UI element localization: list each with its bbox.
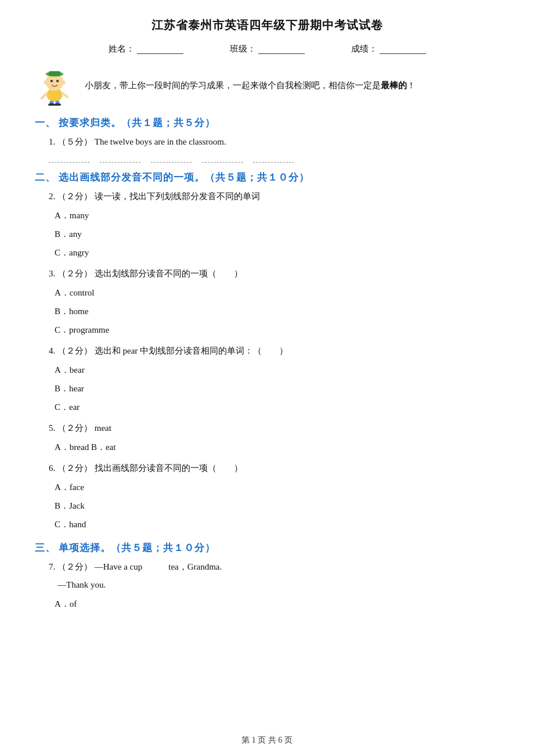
q7-score: （２分） [57, 562, 92, 571]
q6-option-a[interactable]: A．face [55, 478, 499, 496]
blank-3[interactable] [151, 153, 192, 163]
q3-option-a[interactable]: A．control [55, 284, 499, 301]
q6-score: （２分） [57, 463, 92, 473]
question-3-block: 3. （２分） 选出划线部分读音不同的一项（ ） A．control B．hom… [49, 266, 499, 339]
q6-text: 找出画线部分读音不同的一项（ ） [95, 463, 243, 473]
q4-option-c[interactable]: C．ear [55, 398, 499, 416]
q5-score: （２分） [57, 423, 92, 433]
blank-2[interactable] [100, 153, 140, 163]
q2-option-b[interactable]: B．any [55, 225, 499, 243]
question-1-line: 1. （５分） The twelve boys are in the class… [49, 134, 499, 150]
q6-option-b[interactable]: B．Jack [55, 497, 499, 514]
name-label: 姓名： [109, 44, 135, 55]
q4-option-b[interactable]: B．hear [55, 380, 499, 397]
question-2-block: 2. （２分） 读一读，找出下列划线部分发音不同的单词 A．many B．any… [49, 189, 499, 261]
q3-option-c[interactable]: C．programme [55, 321, 499, 339]
svg-point-11 [54, 103, 61, 106]
q4-number: 4. [49, 346, 55, 355]
svg-point-6 [44, 81, 48, 85]
score-label: 成绩： [351, 44, 377, 55]
blank-1[interactable] [49, 153, 89, 163]
q4-option-a[interactable]: A．bear [55, 361, 499, 379]
svg-point-5 [56, 80, 59, 82]
q3-text: 选出划线部分读音不同的一项（ ） [95, 269, 243, 278]
intro-text: 小朋友，带上你一段时间的学习成果，一起来做个自我检测吧，相信你一定是最棒的！ [85, 78, 416, 93]
q5-option-ab[interactable]: A．bread B．eat [55, 438, 499, 456]
q7-number: 7. [49, 562, 55, 571]
q2-number: 2. [49, 192, 55, 201]
intro-row: 小朋友，带上你一段时间的学习成果，一起来做个自我检测吧，相信你一定是最棒的！ [35, 66, 499, 106]
name-field: 姓名： [109, 44, 183, 55]
class-field: 班级： [230, 44, 305, 55]
q3-option-b[interactable]: B．home [55, 303, 499, 320]
mascot-icon [35, 66, 74, 106]
q6-line: 6. （２分） 找出画线部分读音不同的一项（ ） [49, 460, 499, 476]
q2-line: 2. （２分） 读一读，找出下列划线部分发音不同的单词 [49, 189, 499, 204]
blank-4[interactable] [202, 153, 243, 163]
section2-title: 二、 选出画线部分发音不同的一项。（共５题；共１０分） [35, 171, 499, 184]
q7-line2: —Thank you. [49, 577, 499, 593]
q5-text: meat [95, 423, 111, 433]
q1-score: （５分） [57, 137, 92, 146]
q5-number: 5. [49, 423, 55, 433]
q5-line: 5. （２分） meat [49, 420, 499, 436]
q2-text: 读一读，找出下列划线部分发音不同的单词 [95, 192, 260, 201]
q4-text: 选出和 pear 中划线部分读音相同的单词：（ ） [95, 346, 288, 355]
q3-line: 3. （２分） 选出划线部分读音不同的一项（ ） [49, 266, 499, 282]
section3-title: 三、 单项选择。（共５题；共１０分） [35, 541, 499, 555]
info-row: 姓名： 班级： 成绩： [35, 44, 499, 55]
svg-line-13 [63, 93, 68, 97]
blank-5[interactable] [253, 153, 294, 163]
question-1-block: 1. （５分） The twelve boys are in the class… [49, 134, 499, 163]
score-field: 成绩： [351, 44, 426, 55]
name-blank[interactable] [137, 45, 183, 54]
q7-text: —Have a cup tea，Grandma. [95, 562, 222, 571]
class-label: 班级： [230, 44, 256, 55]
q2-option-c[interactable]: C．angry [55, 244, 499, 261]
question-6-block: 6. （２分） 找出画线部分读音不同的一项（ ） A．face B．Jack C… [49, 460, 499, 533]
q7-text2: —Thank you. [49, 580, 106, 589]
svg-point-4 [50, 80, 53, 82]
svg-point-7 [62, 81, 66, 85]
q7-line: 7. （２分） —Have a cup tea，Grandma. [49, 559, 499, 575]
question-4-block: 4. （２分） 选出和 pear 中划线部分读音相同的单词：（ ） A．bear… [49, 343, 499, 416]
q1-blanks [49, 153, 499, 163]
svg-line-12 [42, 93, 47, 99]
question-7-block: 7. （２分） —Have a cup tea，Grandma. —Thank … [49, 559, 499, 613]
q1-number: 1. [49, 137, 55, 146]
svg-point-10 [48, 103, 55, 106]
q1-text: The twelve boys are in the classroom. [95, 137, 226, 146]
q3-number: 3. [49, 269, 55, 278]
q4-score: （２分） [57, 346, 92, 355]
q6-number: 6. [49, 463, 55, 473]
q6-option-c[interactable]: C．hand [55, 516, 499, 533]
page-info: 第 1 页 共 6 页 [241, 736, 293, 744]
score-blank[interactable] [380, 45, 426, 54]
section1-title: 一、 按要求归类。（共１题；共５分） [35, 116, 499, 129]
svg-rect-3 [49, 71, 60, 77]
q7-option-a[interactable]: A．of [55, 595, 499, 613]
class-blank[interactable] [258, 45, 305, 54]
page-footer: 第 1 页 共 6 页 [0, 735, 534, 746]
q2-option-a[interactable]: A．many [55, 207, 499, 224]
page-title: 江苏省泰州市英语四年级下册期中考试试卷 [35, 17, 499, 33]
q2-score: （２分） [57, 192, 92, 201]
q4-line: 4. （２分） 选出和 pear 中划线部分读音相同的单词：（ ） [49, 343, 499, 359]
question-5-block: 5. （２分） meat A．bread B．eat [49, 420, 499, 456]
q3-score: （２分） [57, 269, 92, 278]
